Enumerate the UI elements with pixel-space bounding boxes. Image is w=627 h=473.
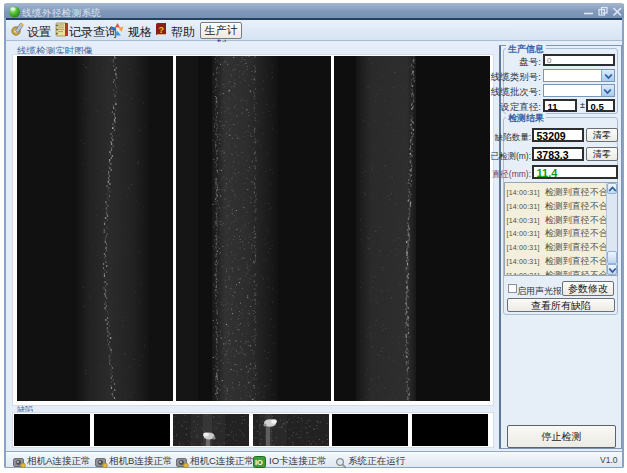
svg-text:IO: IO: [255, 458, 263, 467]
svg-text:?: ?: [159, 25, 165, 35]
